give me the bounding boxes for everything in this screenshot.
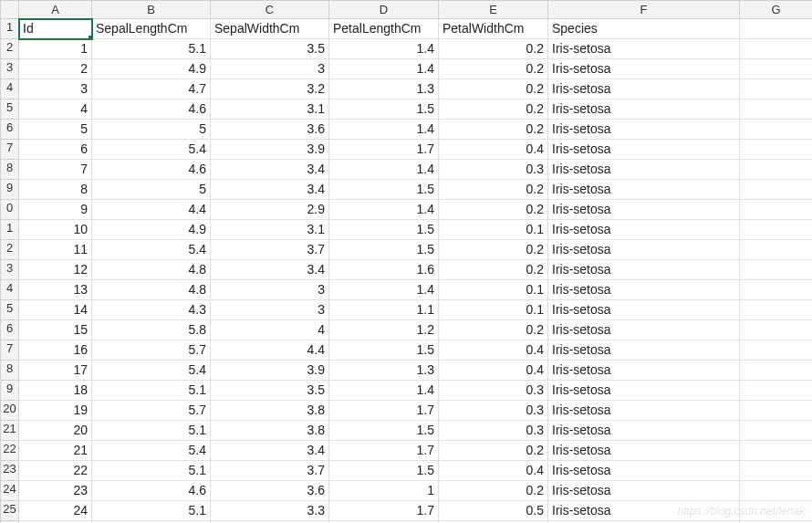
- cell[interactable]: 0.2: [439, 120, 548, 140]
- cell[interactable]: Iris-setosa: [548, 240, 740, 260]
- cell[interactable]: 0.2: [439, 79, 548, 99]
- cell[interactable]: 1.1: [329, 300, 439, 320]
- cell[interactable]: 1.7: [329, 140, 439, 160]
- cell[interactable]: 1.3: [329, 79, 439, 99]
- cell[interactable]: 1.5: [329, 340, 439, 361]
- cell[interactable]: 5.1: [92, 421, 211, 441]
- cell[interactable]: 1: [329, 481, 439, 501]
- cell[interactable]: 3.8: [211, 421, 329, 441]
- cell[interactable]: [740, 99, 812, 120]
- cell[interactable]: [740, 401, 812, 421]
- cell[interactable]: [740, 361, 812, 381]
- cell[interactable]: 19: [19, 401, 92, 421]
- cell[interactable]: 4.9: [92, 220, 211, 240]
- cell[interactable]: 3.7: [211, 240, 329, 260]
- cell-E1[interactable]: PetalWidthCm: [439, 19, 548, 39]
- cell[interactable]: 0.2: [439, 320, 548, 340]
- cell[interactable]: 3.7: [211, 461, 329, 481]
- col-header-A[interactable]: A: [19, 1, 92, 19]
- cell[interactable]: 0.1: [439, 220, 548, 240]
- cell[interactable]: 5.1: [92, 461, 211, 481]
- cell[interactable]: 0.3: [439, 381, 548, 401]
- cell[interactable]: Iris-setosa: [548, 340, 740, 361]
- row-header[interactable]: 22: [1, 441, 19, 461]
- row-header[interactable]: 3: [1, 260, 19, 280]
- cell[interactable]: 20: [19, 421, 92, 441]
- cell[interactable]: 5.4: [92, 240, 211, 260]
- cell[interactable]: Iris-setosa: [548, 79, 740, 99]
- cell[interactable]: 1.5: [329, 421, 439, 441]
- cell[interactable]: 0.3: [439, 421, 548, 441]
- cell[interactable]: 1.2: [329, 320, 439, 340]
- cell[interactable]: Iris-setosa: [548, 220, 740, 240]
- col-header-E[interactable]: E: [439, 1, 548, 19]
- cell[interactable]: 5.1: [92, 39, 211, 59]
- row-header[interactable]: 23: [1, 461, 19, 481]
- row-header[interactable]: 21: [1, 421, 19, 441]
- cell[interactable]: 1.4: [329, 39, 439, 59]
- cell[interactable]: [740, 501, 812, 521]
- cell[interactable]: Iris-setosa: [548, 441, 740, 461]
- cell[interactable]: [740, 240, 812, 260]
- cell[interactable]: 21: [19, 441, 92, 461]
- cell[interactable]: Iris-setosa: [548, 361, 740, 381]
- cell[interactable]: [740, 421, 812, 441]
- cell[interactable]: 1.4: [329, 160, 439, 180]
- cell-D1[interactable]: PetalLengthCm: [329, 19, 439, 39]
- cell[interactable]: Iris-setosa: [548, 300, 740, 320]
- cell[interactable]: [740, 160, 812, 180]
- cell[interactable]: 12: [19, 260, 92, 280]
- cell[interactable]: 5.8: [92, 320, 211, 340]
- cell[interactable]: 5.1: [92, 381, 211, 401]
- cell[interactable]: 3.6: [211, 120, 329, 140]
- row-header[interactable]: 20: [1, 401, 19, 421]
- cell[interactable]: 4.8: [92, 260, 211, 280]
- cell[interactable]: Iris-setosa: [548, 461, 740, 481]
- row-header[interactable]: 7: [1, 340, 19, 361]
- cell[interactable]: Iris-setosa: [548, 140, 740, 160]
- cell[interactable]: 5.1: [92, 501, 211, 521]
- cell[interactable]: 22: [19, 461, 92, 481]
- cell[interactable]: 0.2: [439, 99, 548, 120]
- row-header[interactable]: 4: [1, 280, 19, 300]
- cell[interactable]: 0.4: [439, 140, 548, 160]
- cell[interactable]: 3.6: [211, 481, 329, 501]
- cell[interactable]: [740, 59, 812, 79]
- row-header[interactable]: 6: [1, 320, 19, 340]
- cell[interactable]: 3.3: [211, 501, 329, 521]
- cell[interactable]: 5: [92, 180, 211, 200]
- cell[interactable]: 11: [19, 240, 92, 260]
- cell[interactable]: 4.6: [92, 160, 211, 180]
- cell[interactable]: [740, 300, 812, 320]
- cell[interactable]: 3.5: [211, 381, 329, 401]
- cell[interactable]: 3.1: [211, 220, 329, 240]
- cell[interactable]: 0.2: [439, 180, 548, 200]
- row-header[interactable]: 5: [1, 99, 19, 120]
- cell[interactable]: [740, 120, 812, 140]
- cell[interactable]: [740, 200, 812, 220]
- cell[interactable]: 5.4: [92, 361, 211, 381]
- cell[interactable]: Iris-setosa: [548, 160, 740, 180]
- row-header[interactable]: 2: [1, 39, 19, 59]
- cell[interactable]: 1.7: [329, 441, 439, 461]
- cell[interactable]: 0.2: [439, 200, 548, 220]
- cell[interactable]: 0.2: [439, 39, 548, 59]
- cell[interactable]: [740, 140, 812, 160]
- cell[interactable]: Iris-setosa: [548, 401, 740, 421]
- cell[interactable]: 0.2: [439, 441, 548, 461]
- cell[interactable]: 0.2: [439, 481, 548, 501]
- cell[interactable]: 1.5: [329, 461, 439, 481]
- cell[interactable]: Iris-setosa: [548, 260, 740, 280]
- row-header[interactable]: 6: [1, 120, 19, 140]
- cell[interactable]: 5.7: [92, 401, 211, 421]
- cell[interactable]: [740, 39, 812, 59]
- cell[interactable]: 1.4: [329, 381, 439, 401]
- cell[interactable]: 4: [211, 320, 329, 340]
- cell[interactable]: 3.4: [211, 441, 329, 461]
- cell[interactable]: 1.3: [329, 361, 439, 381]
- cell[interactable]: 6: [19, 140, 92, 160]
- col-header-D[interactable]: D: [329, 1, 439, 19]
- cell[interactable]: 5: [19, 120, 92, 140]
- cell[interactable]: 0.4: [439, 340, 548, 361]
- cell[interactable]: 3.4: [211, 180, 329, 200]
